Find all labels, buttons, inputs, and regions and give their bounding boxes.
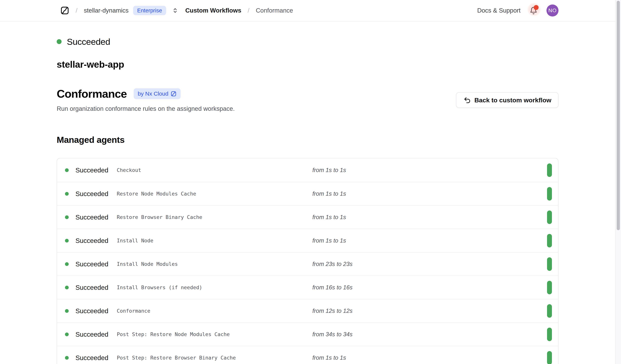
chevrons-up-down-icon: [172, 7, 179, 14]
step-name: Install Browsers (if needed): [117, 285, 312, 290]
docs-support-link[interactable]: Docs & Support: [477, 7, 520, 14]
agent-step-row[interactable]: Succeeded Install Node from 1s to 1s: [57, 229, 558, 252]
scrollbar-thumb[interactable]: [617, 1, 620, 230]
step-timing: from 1s to 1s: [312, 354, 558, 361]
step-name: Install Node Modules: [117, 261, 312, 267]
status-dot-icon: [65, 192, 69, 196]
breadcrumb-separator: /: [76, 7, 77, 14]
agent-step-row[interactable]: Succeeded Restore Browser Binary Cache f…: [57, 205, 558, 229]
step-name: Checkout: [117, 167, 312, 173]
status-dot-icon: [65, 332, 69, 336]
duration-bar: [547, 234, 552, 247]
step-status-label: Succeeded: [75, 284, 108, 291]
step-timing: from 23s to 23s: [312, 261, 558, 268]
step-status: Succeeded: [65, 166, 117, 174]
duration-bar: [547, 281, 552, 294]
undo-arrow-icon: [463, 96, 471, 104]
step-status: Succeeded: [65, 237, 117, 244]
step-status-label: Succeeded: [75, 331, 108, 338]
plan-badge: Enterprise: [133, 6, 166, 15]
step-status: Succeeded: [65, 284, 117, 291]
status-dot-icon: [65, 239, 69, 242]
workflow-section-header: Conformance by Nx Cloud Run organization…: [57, 87, 558, 112]
step-timing: from 34s to 34s: [312, 331, 558, 338]
duration-bar: [547, 163, 552, 177]
avatar[interactable]: NO: [547, 4, 558, 16]
top-nav: / stellar-dynamics Enterprise Custom Wor…: [0, 0, 621, 21]
step-status-label: Succeeded: [75, 213, 108, 221]
managed-agents-list: Succeeded Checkout from 1s to 1s Succeed…: [57, 158, 558, 364]
page-title: Conformance: [57, 87, 127, 100]
status-dot-icon: [65, 168, 69, 172]
step-name: Post Step: Restore Browser Binary Cache: [117, 355, 312, 361]
step-name: Restore Browser Binary Cache: [117, 214, 312, 220]
step-name: Restore Node Modules Cache: [117, 191, 312, 197]
step-status-label: Succeeded: [75, 166, 108, 174]
agent-step-row[interactable]: Succeeded Post Step: Restore Browser Bin…: [57, 346, 558, 364]
breadcrumb-section[interactable]: Custom Workflows: [185, 7, 241, 14]
agent-step-row[interactable]: Succeeded Install Node Modules from 23s …: [57, 252, 558, 276]
step-name: Post Step: Restore Node Modules Cache: [117, 331, 312, 337]
step-status-label: Succeeded: [75, 354, 108, 362]
workspace-switcher-button[interactable]: [172, 7, 179, 14]
agent-step-row[interactable]: Succeeded Checkout from 1s to 1s: [57, 158, 558, 182]
step-timing: from 1s to 1s: [312, 167, 558, 174]
back-to-custom-workflow-button[interactable]: Back to custom workflow: [456, 92, 558, 108]
run-status: Succeeded: [57, 36, 558, 47]
status-dot-icon: [65, 309, 69, 313]
step-timing: from 12s to 12s: [312, 308, 558, 314]
duration-bar: [547, 257, 552, 271]
scrollbar-track: [615, 0, 621, 364]
step-status: Succeeded: [65, 307, 117, 315]
step-status: Succeeded: [65, 354, 117, 362]
workspace-title: stellar-web-app: [57, 59, 558, 70]
notification-halo: [527, 3, 541, 16]
back-button-label: Back to custom workflow: [474, 96, 551, 104]
status-dot-icon: [65, 215, 69, 219]
step-name: Install Node: [117, 238, 312, 243]
breadcrumb-separator: /: [248, 7, 249, 14]
step-status-label: Succeeded: [75, 307, 108, 315]
duration-bar: [547, 328, 552, 341]
status-dot-icon: [57, 39, 62, 44]
step-status: Succeeded: [65, 331, 117, 338]
step-status-label: Succeeded: [75, 237, 108, 244]
step-status-label: Succeeded: [75, 260, 108, 268]
step-status: Succeeded: [65, 190, 117, 198]
step-timing: from 1s to 1s: [312, 190, 558, 197]
status-dot-icon: [65, 356, 69, 360]
duration-bar: [547, 351, 552, 364]
by-nx-cloud-badge[interactable]: by Nx Cloud: [134, 88, 181, 99]
nx-cloud-logo-icon[interactable]: [60, 6, 69, 15]
nx-cloud-mini-logo-icon: [171, 91, 176, 97]
main-content: Succeeded stellar-web-app Conformance by…: [57, 36, 558, 364]
agent-step-row[interactable]: Succeeded Install Browsers (if needed) f…: [57, 276, 558, 299]
breadcrumb-org[interactable]: stellar-dynamics: [84, 7, 128, 14]
duration-bar: [547, 210, 552, 224]
agent-step-row[interactable]: Succeeded Restore Node Modules Cache fro…: [57, 182, 558, 205]
status-dot-icon: [65, 286, 69, 289]
breadcrumb-current-page: Conformance: [256, 7, 293, 14]
status-dot-icon: [65, 262, 69, 266]
breadcrumb: / stellar-dynamics Enterprise Custom Wor…: [60, 6, 293, 15]
step-name: Conformance: [117, 308, 312, 314]
duration-bar: [547, 304, 552, 318]
notifications-button[interactable]: [529, 6, 538, 15]
notification-dot: [534, 5, 539, 10]
step-timing: from 16s to 16s: [312, 284, 558, 291]
step-status: Succeeded: [65, 260, 117, 268]
duration-bar: [547, 187, 552, 201]
step-status: Succeeded: [65, 213, 117, 221]
run-status-label: Succeeded: [67, 37, 110, 47]
agent-step-row[interactable]: Succeeded Conformance from 12s to 12s: [57, 299, 558, 322]
step-timing: from 1s to 1s: [312, 214, 558, 221]
managed-agents-heading: Managed agents: [57, 135, 558, 145]
by-nx-cloud-label: by Nx Cloud: [138, 91, 168, 97]
agent-step-row[interactable]: Succeeded Post Step: Restore Node Module…: [57, 322, 558, 346]
step-status-label: Succeeded: [75, 190, 108, 198]
step-timing: from 1s to 1s: [312, 237, 558, 244]
nav-actions: Docs & Support NO: [477, 4, 558, 16]
